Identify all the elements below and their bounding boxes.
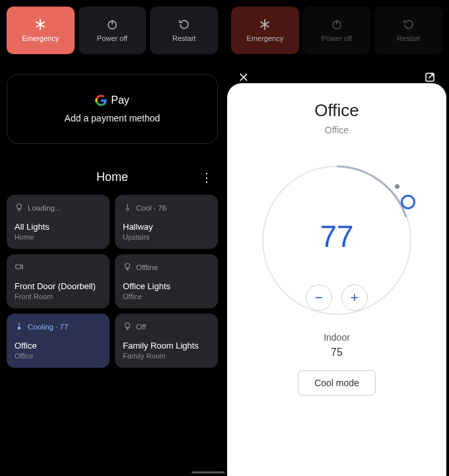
device-name: All Lights bbox=[15, 222, 102, 232]
power-off-button[interactable]: Power off bbox=[79, 7, 147, 54]
device-location: Home bbox=[15, 233, 102, 241]
open-external-icon bbox=[424, 71, 436, 83]
emergency-button-bg: Emergency bbox=[231, 7, 299, 54]
more-button[interactable]: ⋮ bbox=[201, 170, 213, 185]
device-location: Upstairs bbox=[123, 233, 210, 241]
device-status-row bbox=[15, 262, 102, 273]
thermo-title: Office bbox=[314, 100, 359, 121]
thermostat-dial[interactable]: 77 − + bbox=[254, 158, 419, 323]
thermostat-panel: Emergency Power off Restart Office Offic… bbox=[224, 0, 449, 476]
device-location: Family Room bbox=[123, 352, 210, 360]
power-off-button-bg: Power off bbox=[303, 7, 371, 54]
home-title: Home bbox=[96, 170, 128, 184]
device-status-row: Offline bbox=[123, 262, 210, 273]
emergency-button[interactable]: Emergency bbox=[7, 7, 75, 54]
device-location: Front Room bbox=[15, 292, 102, 300]
power-icon bbox=[331, 18, 343, 30]
power-off-label: Power off bbox=[97, 34, 127, 42]
restart-icon bbox=[403, 18, 415, 30]
device-status-row: Cooling · 77 bbox=[15, 322, 102, 332]
dial-current-dot bbox=[395, 184, 399, 189]
cam-icon bbox=[15, 262, 24, 273]
svg-point-2 bbox=[126, 208, 129, 211]
device-status-row: Loading... bbox=[15, 203, 102, 213]
set-temperature: 77 bbox=[320, 219, 353, 254]
asterisk-icon bbox=[259, 18, 271, 30]
device-status: Cooling · 77 bbox=[28, 323, 68, 331]
device-tile[interactable]: Front Door (Doorbell) Front Room bbox=[7, 254, 110, 308]
power-icon bbox=[106, 18, 118, 30]
thermo-icon bbox=[123, 203, 132, 213]
google-logo-icon bbox=[95, 94, 107, 106]
svg-point-4 bbox=[18, 327, 20, 329]
device-tile[interactable]: Offline Office Lights Office bbox=[115, 254, 218, 308]
restart-label: Restart bbox=[172, 34, 195, 42]
thermo-icon bbox=[15, 322, 24, 332]
svg-rect-3 bbox=[16, 265, 21, 269]
indoor-temp: 75 bbox=[331, 347, 343, 358]
device-name: Office Lights bbox=[123, 281, 210, 291]
bulb-icon bbox=[123, 322, 132, 332]
device-location: Office bbox=[123, 292, 210, 300]
device-status-row: Off bbox=[123, 322, 210, 332]
device-name: Hallway bbox=[123, 222, 210, 232]
device-tile[interactable]: Off Family Room Lights Family Room bbox=[115, 314, 218, 368]
power-row: Emergency Power off Restart bbox=[7, 7, 218, 54]
device-name: Front Door (Doorbell) bbox=[15, 281, 102, 291]
emergency-label: Emergency bbox=[22, 34, 59, 42]
bulb-icon bbox=[123, 262, 132, 273]
home-header: Home ⋮ bbox=[7, 170, 218, 184]
device-status: Offline bbox=[136, 263, 158, 271]
mode-button[interactable]: Cool mode bbox=[298, 370, 376, 395]
device-location: Office bbox=[15, 352, 102, 360]
device-tile[interactable]: Cooling · 77 Office Office bbox=[7, 314, 110, 368]
thermostat-sheet: Office Office 77 − + Indoor 75 Cool mode bbox=[227, 83, 446, 476]
restart-button-bg: Restart bbox=[374, 7, 442, 54]
temp-decrease-button[interactable]: − bbox=[306, 285, 332, 311]
google-pay-title: Pay bbox=[111, 94, 129, 106]
device-name: Office bbox=[15, 341, 102, 351]
asterisk-icon bbox=[34, 18, 46, 30]
bulb-icon bbox=[15, 203, 24, 213]
google-pay-card[interactable]: Pay Add a payment method bbox=[7, 74, 218, 144]
google-pay-title-row: Pay bbox=[18, 94, 207, 106]
thermo-subtitle: Office bbox=[325, 125, 349, 135]
temp-increase-button[interactable]: + bbox=[341, 285, 368, 311]
device-status: Cool · 76 bbox=[136, 204, 166, 212]
device-status: Off bbox=[136, 323, 146, 331]
device-tile[interactable]: Cool · 76 Hallway Upstairs bbox=[115, 195, 218, 249]
device-tile[interactable]: Loading... All Lights Home bbox=[7, 195, 110, 249]
power-menu-panel: Emergency Power off Restart Pay Add a pa… bbox=[0, 0, 224, 476]
indoor-label: Indoor bbox=[324, 332, 350, 343]
restart-icon bbox=[178, 18, 190, 30]
close-icon bbox=[238, 71, 250, 83]
restart-button[interactable]: Restart bbox=[150, 7, 218, 54]
dial-knob[interactable] bbox=[401, 195, 415, 209]
device-status: Loading... bbox=[28, 204, 61, 212]
device-grid: Loading... All Lights Home Cool · 76 Hal… bbox=[7, 195, 218, 368]
device-name: Family Room Lights bbox=[123, 341, 210, 351]
device-status-row: Cool · 76 bbox=[123, 203, 210, 213]
google-pay-subtitle: Add a payment method bbox=[18, 113, 207, 123]
power-row-background: Emergency Power off Restart bbox=[231, 7, 442, 54]
right-top-dim: Emergency Power off Restart bbox=[224, 0, 449, 79]
